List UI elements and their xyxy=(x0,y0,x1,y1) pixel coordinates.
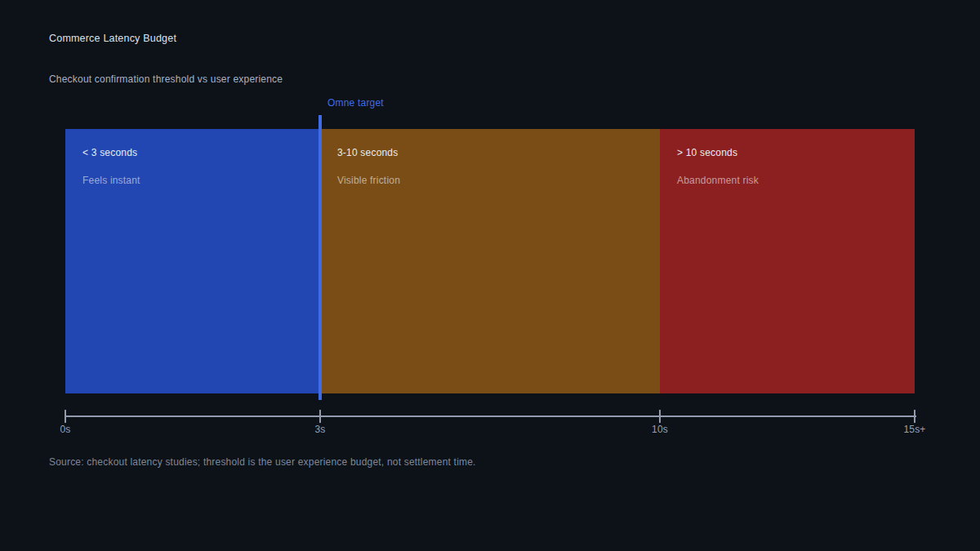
band-label: > 10 seconds xyxy=(677,147,915,158)
x-axis-line xyxy=(65,415,916,417)
page-subtitle: Checkout confirmation threshold vs user … xyxy=(49,73,283,85)
x-axis-tick-15s xyxy=(914,410,915,423)
band-sublabel: Feels instant xyxy=(82,175,320,186)
band-sublabel: Visible friction xyxy=(337,175,660,186)
x-axis-tick-10s xyxy=(659,410,661,423)
x-axis-tick-label: 10s xyxy=(652,424,668,435)
source-note: Source: checkout latency studies; thresh… xyxy=(49,456,476,468)
band-label: 3-10 seconds xyxy=(337,147,660,158)
latency-bands: < 3 seconds Feels instant 3-10 seconds V… xyxy=(65,129,915,393)
x-axis-tick-0s xyxy=(65,410,66,423)
band-abandonment-risk: > 10 seconds Abandonment risk xyxy=(660,129,915,393)
band-feels-instant: < 3 seconds Feels instant xyxy=(65,129,320,393)
x-axis-tick-3s xyxy=(319,410,321,423)
page-title: Commerce Latency Budget xyxy=(49,33,176,44)
x-axis-tick-label: 3s xyxy=(314,424,325,435)
x-axis-tick-label: 15s+ xyxy=(903,424,925,435)
band-visible-friction: 3-10 seconds Visible friction xyxy=(320,129,660,393)
x-axis-tick-label: 0s xyxy=(60,424,70,435)
target-annotation-label: Omne target xyxy=(327,97,384,109)
band-sublabel: Abandonment risk xyxy=(677,175,915,186)
target-threshold-line xyxy=(318,115,322,400)
band-label: < 3 seconds xyxy=(82,147,320,158)
